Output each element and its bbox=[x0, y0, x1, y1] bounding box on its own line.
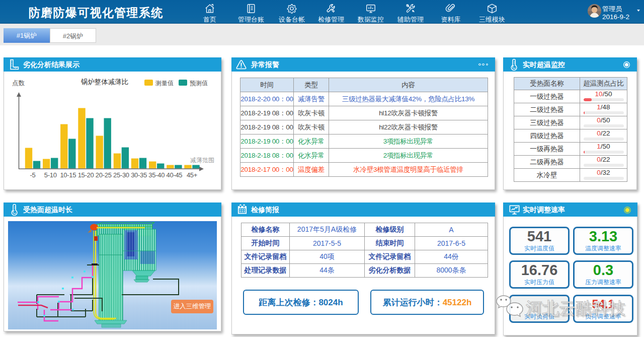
svg-text:45+: 45+ bbox=[187, 171, 197, 179]
svg-text:35-40: 35-40 bbox=[148, 171, 165, 179]
svg-text:测量值: 测量值 bbox=[155, 80, 174, 87]
svg-text:40-45: 40-45 bbox=[167, 171, 183, 179]
svg-text:25-30: 25-30 bbox=[113, 171, 129, 179]
svg-text:点数: 点数 bbox=[12, 80, 25, 87]
svg-text:20-25: 20-25 bbox=[96, 171, 112, 179]
svg-text:30-35: 30-35 bbox=[131, 171, 147, 179]
svg-text:预测值: 预测值 bbox=[190, 80, 208, 87]
svg-text:-5: -5 bbox=[30, 171, 36, 179]
svg-text:减薄范围: 减薄范围 bbox=[190, 157, 214, 164]
svg-text:15-20: 15-20 bbox=[78, 171, 94, 179]
svg-text:锅炉整体减薄比: 锅炉整体减薄比 bbox=[81, 78, 129, 86]
svg-text:10-15: 10-15 bbox=[60, 171, 76, 179]
svg-text:5-10: 5-10 bbox=[44, 171, 57, 179]
